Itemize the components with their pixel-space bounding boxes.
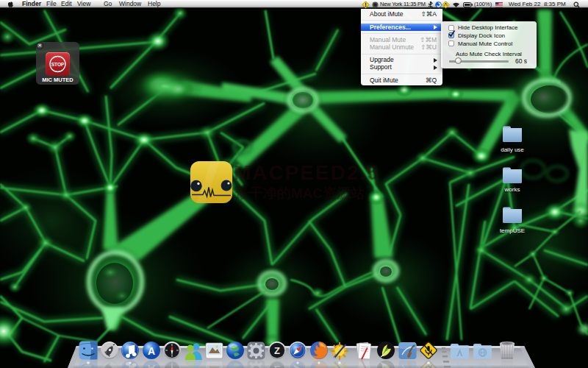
svg-text:A: A xyxy=(148,345,155,357)
svg-text:STOP: STOP xyxy=(51,62,65,67)
svg-text:Z: Z xyxy=(274,345,280,356)
